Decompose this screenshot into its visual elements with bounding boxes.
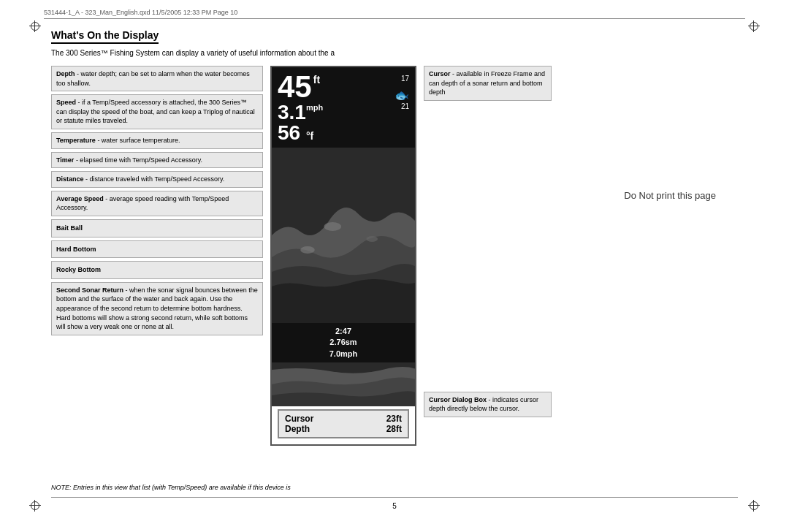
corner-mark-tl [29,20,41,32]
temp-unit: °f [306,130,313,142]
svg-point-3 [300,246,315,254]
fish-icon: 🐟 [394,88,409,102]
corner-circle-br [750,501,758,510]
label-cursor-dialog-bold: Cursor Dialog Box [429,396,487,403]
footer-line [51,497,738,498]
info-box-distance: Distance - distance traveled with Temp/S… [51,171,263,188]
svg-point-1 [324,222,342,231]
depth-dialog-label: Depth [285,424,310,434]
info-box-speed: Speed - if a Temp/Speed accessory is att… [51,94,263,129]
info-box-rockybottom: Rocky Bottom [51,261,263,279]
info-box-timer: Timer - elapsed time with Temp/Speed Acc… [51,152,263,169]
cursor-value: 23ft [386,414,402,424]
info-box-baitball: Bait Ball [51,219,263,238]
speed-value: 3.1 [278,102,306,123]
depth-display: 45 ft [278,72,392,102]
right-spacer [424,107,552,392]
depth-unit: ft [313,75,320,85]
label-speed-bold: Speed [56,99,76,106]
label-distance-text: - distance traveled with Temp/Speed Acce… [85,175,224,183]
depth-dialog-value: 28ft [386,424,402,434]
display-area: 45 ft 3.1 mph 56 °f [270,66,416,446]
info-box-cursor-dialog: Cursor Dialog Box - indicates cursor dep… [424,392,552,417]
label-cursor-bold: Cursor [429,70,451,77]
corner-mark-br [748,500,760,512]
info-box-cursor: Cursor - available in Freeze Frame and c… [424,66,552,101]
speed-unit: mph [306,104,323,112]
svg-point-2 [366,236,378,242]
cursor-dialog: Cursor 23ft Depth 28ft [278,409,409,438]
label-depth-text: - water depth; can be set to alarm when … [56,70,250,87]
label-timer-text: - elapsed time with Temp/Speed Accessory… [76,156,202,164]
temp-display: 56 °f [278,123,392,143]
side-num1: 17 [394,75,409,83]
label-rockybottom-bold: Rocky Bottom [56,266,101,273]
side-num2: 21 [394,102,409,110]
sonar-display: 45 ft 3.1 mph 56 °f [270,66,416,446]
cursor-label: Cursor [285,414,313,424]
depth-row: Depth 28ft [285,424,402,434]
header-bar: 531444-1_A - 323_Man_English.qxd 11/5/20… [44,9,745,19]
depth-value: 45 [278,72,312,102]
temp-value: 56 [278,121,300,144]
corner-circle-tl [31,22,39,31]
cursor-dialog-area: Cursor 23ft Depth 28ft [272,406,415,441]
page-container: 531444-1_A - 323_Man_English.qxd 11/5/20… [0,0,789,532]
label-distance-bold: Distance [56,175,84,183]
info-box-depth: Depth - water depth; can be set to alarm… [51,66,263,91]
corner-mark-tr [748,20,760,32]
sonar-svg [272,148,415,323]
left-column: Depth - water depth; can be set to alarm… [51,66,263,338]
corner-mark-bl [29,500,41,512]
label-timer-bold: Timer [56,156,74,164]
header-text: 531444-1_A - 323_Man_English.qxd 11/5/20… [44,9,237,16]
intro-text: The 300 Series™ Fishing System can displ… [51,48,738,58]
time-value: 2:47 [278,326,409,337]
info-box-hardbottom: Hard Bottom [51,240,263,259]
label-temp-bold: Temperature [56,137,96,144]
do-not-print: Do Not print this page [624,190,716,201]
content-area: Depth - water depth; can be set to alarm… [51,66,738,446]
sonar-bottom-svg [272,362,415,406]
label-speed-text: - if a Temp/Speed accessory is attached,… [56,99,255,124]
time-box: 2:47 2.76sm 7.0mph [272,323,415,362]
corner-circle-bl [31,501,39,510]
label-baitball-bold: Bait Ball [56,224,83,232]
distance-value: 2.76sm [278,337,409,348]
corner-circle-tr [750,22,758,31]
label-hardbottom-bold: Hard Bottom [56,246,96,253]
cursor-row: Cursor 23ft [285,414,402,424]
label-secondsonar-bold: Second Sonar Return [56,286,123,294]
page-title: What's On the Display [51,29,159,44]
label-avgspeed-bold: Average Speed [56,195,104,202]
main-content: What's On the Display The 300 Series™ Fi… [51,29,738,503]
sonar-readouts: 45 ft 3.1 mph 56 °f [272,67,415,148]
info-box-secondsonar: Second Sonar Return - when the sonar sig… [51,282,263,335]
label-depth-bold: Depth [56,70,75,77]
speed-display: 3.1 mph [278,102,392,123]
right-labels-column: Cursor - available in Freeze Frame and c… [424,66,552,420]
label-temp-text: - water surface temperature. [97,137,180,144]
page-number: 5 [51,502,738,510]
info-box-temperature: Temperature - water surface temperature. [51,132,263,149]
sonar-bottom [272,362,415,406]
note-text: NOTE: Entries in this view that list (wi… [51,483,738,493]
footer: NOTE: Entries in this view that list (wi… [51,483,738,510]
sonar-image [272,148,415,323]
info-box-avgspeed: Average Speed - average speed reading wi… [51,191,263,216]
avgspeed-value: 7.0mph [278,349,409,360]
